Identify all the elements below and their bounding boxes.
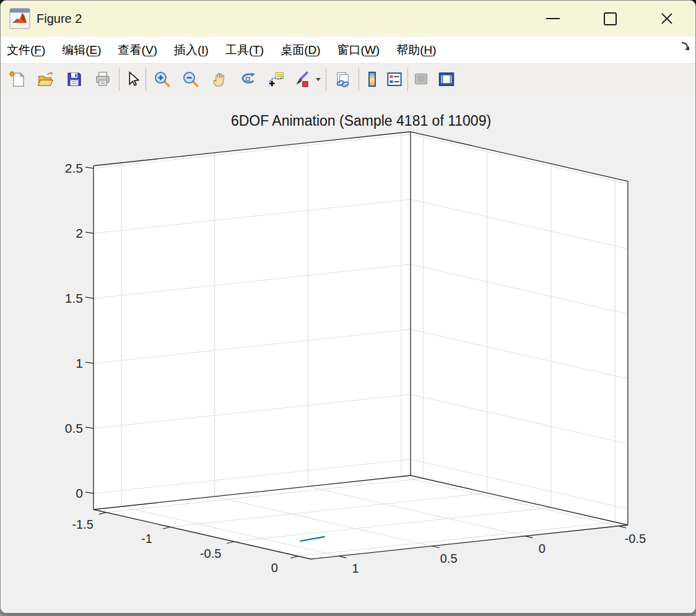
maximize-icon <box>604 12 617 25</box>
zoom-out-icon <box>181 70 200 89</box>
print-figure-button[interactable] <box>89 66 117 92</box>
colorbar-icon <box>363 70 381 89</box>
menu-item-view[interactable]: 查看(V) <box>118 42 157 58</box>
open-file-button[interactable] <box>32 66 60 92</box>
figure-toolbar <box>1 64 695 95</box>
menu-item-tools[interactable]: 工具(T) <box>225 42 264 58</box>
menu-item-file[interactable]: 文件(F) <box>7 42 45 58</box>
dock-figure-icon <box>437 70 456 89</box>
edit-plot-arrow-icon <box>124 71 141 88</box>
close-button[interactable] <box>638 1 695 37</box>
toolbar-separator <box>359 67 359 91</box>
save-floppy-icon <box>65 70 84 89</box>
open-folder-icon <box>37 70 55 89</box>
menu-item-edit[interactable]: 编辑(E) <box>62 42 101 58</box>
toolbar-separator <box>146 67 146 91</box>
toolbar-separator <box>326 67 326 91</box>
print-icon <box>94 70 112 89</box>
zoom-in-button[interactable] <box>148 66 176 92</box>
minimize-button[interactable] <box>524 1 581 37</box>
minimize-icon <box>546 18 560 19</box>
matlab-logo-icon <box>9 8 30 29</box>
link-plot-button[interactable] <box>328 66 357 92</box>
menu-item-desktop[interactable]: 桌面(D) <box>281 42 320 58</box>
new-document-icon <box>8 70 27 89</box>
brush-icon <box>292 70 311 89</box>
menu-item-window[interactable]: 窗口(W) <box>337 42 380 58</box>
menu-item-help[interactable]: 帮助(H) <box>396 42 436 58</box>
link-plot-icon <box>333 70 352 89</box>
toolbar-separator <box>119 67 120 91</box>
rotate-3d-button[interactable] <box>233 66 262 92</box>
brush-dropdown-button[interactable] <box>313 66 324 92</box>
desktop: { "window": { "title": "Figure 2", "cont… <box>0 0 696 616</box>
pan-hand-icon <box>210 70 228 89</box>
brush-button[interactable] <box>290 66 313 92</box>
zoom-out-button[interactable] <box>176 66 205 92</box>
zoom-in-icon <box>153 70 172 89</box>
legend-icon <box>385 70 404 89</box>
dock-figure-button[interactable] <box>432 66 461 92</box>
insert-colorbar-button[interactable] <box>361 66 383 92</box>
pan-button[interactable] <box>205 66 233 92</box>
plot-title: 6DOF Animation (Sample 4181 of 11009) <box>27 113 695 129</box>
close-icon <box>660 12 674 25</box>
dock-figure-arrow-icon[interactable] <box>679 40 692 53</box>
menu-item-insert[interactable]: 插入(I) <box>174 42 209 58</box>
brush-dropdown-caret-icon <box>315 77 321 82</box>
data-cursor-button[interactable] <box>262 66 290 92</box>
toolbar-separator <box>407 67 408 91</box>
maximize-button[interactable] <box>581 1 638 37</box>
new-figure-button[interactable] <box>3 66 32 92</box>
data-cursor-icon <box>267 70 285 89</box>
window-controls <box>524 1 695 37</box>
hide-plot-tools-button[interactable] <box>410 66 432 92</box>
edit-plot-button[interactable] <box>121 66 144 92</box>
save-figure-button[interactable] <box>60 66 89 92</box>
insert-legend-button[interactable] <box>383 66 406 92</box>
rotate-3d-icon <box>238 70 257 89</box>
figure-window: Figure 2 文件(F) 编辑(E) 查看(V) 插入(I) 工具(T) 桌… <box>0 0 696 614</box>
menu-bar: 文件(F) 编辑(E) 查看(V) 插入(I) 工具(T) 桌面(D) 窗口(W… <box>1 37 695 64</box>
title-bar[interactable]: Figure 2 <box>1 1 695 37</box>
hide-plot-tools-icon <box>412 70 430 89</box>
window-title: Figure 2 <box>37 12 82 26</box>
figure-canvas[interactable]: 6DOF Animation (Sample 4181 of 11009) <box>1 95 695 613</box>
